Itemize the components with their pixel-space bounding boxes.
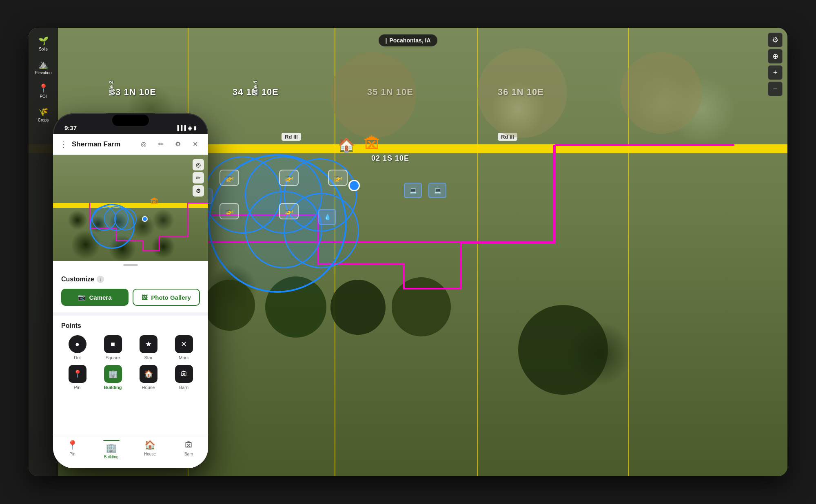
mile-label-2: Mile 2	[108, 81, 114, 95]
sidebar-item-elevation[interactable]: ⛰️ Elevation	[31, 56, 55, 78]
points-section: Points ● Dot ■ Square ★ Star	[53, 316, 208, 435]
barn-label: Barn	[179, 385, 188, 390]
tab-barn-icon: 🏚	[184, 440, 193, 451]
point-pin[interactable]: 📍 Pin	[61, 365, 93, 390]
map-controls: ⚙ ⊕ + −	[768, 33, 783, 96]
drone-icon-4[interactable]: 🚁	[220, 203, 239, 219]
section-label-4: 02 1S 10E	[371, 154, 409, 163]
mark-icon: ✕	[175, 335, 193, 353]
camera-icon: 📷	[78, 294, 86, 301]
tab-building-icon: 🏢	[106, 443, 117, 453]
point-house[interactable]: 🏠 House	[132, 365, 164, 390]
crops-icon: 🌾	[38, 107, 49, 117]
location-pin-icon: |	[385, 37, 387, 44]
square-label: Square	[106, 355, 120, 360]
elevation-icon: ⛰️	[38, 60, 49, 69]
dot-label: Dot	[74, 355, 81, 360]
points-grid: ● Dot ■ Square ★ Star ✕	[61, 335, 200, 390]
tab-pin[interactable]: 📍 Pin	[53, 438, 92, 458]
wifi-icon: ◈	[188, 125, 192, 131]
tab-house-icon: 🏠	[144, 440, 155, 451]
square-icon: ■	[104, 335, 122, 353]
phone-map-area[interactable]: 🏚 ◎ ✏ ⚙	[53, 155, 208, 261]
barn-point-icon: 🏚	[175, 365, 193, 383]
points-title: Points	[61, 322, 200, 329]
customize-title: Customize i	[61, 276, 200, 283]
phone-screen: ⋮ Sherman Farm ◎ ✏ ⚙ ✕	[53, 134, 208, 468]
point-mark[interactable]: ✕ Mark	[168, 335, 200, 360]
tab-building[interactable]: 🏢 Building	[92, 438, 131, 461]
customize-buttons: 📷 Camera 🖼 Photo Gallery	[61, 289, 200, 306]
map-container: Rd III Rd III 33 1N 10E 34 1N 10E 35 1N …	[29, 28, 787, 476]
battery-icon: ▮	[194, 125, 197, 131]
phone-edit-map-button[interactable]: ✏	[193, 172, 204, 183]
customize-section: Customize i 📷 Camera 🖼 Photo Gallery	[53, 269, 208, 312]
tab-house[interactable]: 🏠 House	[131, 438, 169, 458]
phone-irr-large	[90, 204, 135, 249]
sidebar-item-soils[interactable]: 🌱 Soils	[31, 33, 55, 55]
drone-icon-1[interactable]: 🚁	[220, 170, 239, 186]
star-label: Star	[144, 355, 152, 360]
point-building[interactable]: 🏢 Building	[97, 365, 129, 390]
phone-notch	[106, 113, 155, 127]
tab-barn[interactable]: 🏚 Barn	[169, 438, 208, 458]
point-dot[interactable]: ● Dot	[61, 335, 93, 360]
device-icon-3[interactable]: 💻	[404, 183, 422, 198]
settings-phone-button[interactable]: ⚙	[171, 138, 184, 151]
settings-button[interactable]: ⚙	[768, 33, 783, 47]
phone-map-bg	[53, 155, 208, 261]
zoom-in-button[interactable]: +	[768, 65, 783, 80]
phone-tab-bar: 📍 Pin 🏢 Building 🏠 House 🏚 Barn	[53, 435, 208, 468]
point-square[interactable]: ■ Square	[97, 335, 129, 360]
barn-icon: 🏚	[363, 134, 381, 154]
phone-notch-inner	[112, 115, 149, 126]
phone-locate-button[interactable]: ◎	[193, 159, 204, 170]
info-icon: i	[97, 276, 104, 283]
building-icon: 🏢	[104, 365, 122, 383]
zoom-out-button[interactable]: −	[768, 82, 783, 96]
point-barn[interactable]: 🏚 Barn	[168, 365, 200, 390]
photo-gallery-button[interactable]: 🖼 Photo Gallery	[133, 289, 200, 306]
close-button[interactable]: ✕	[188, 138, 202, 151]
pin-icon: 📍	[69, 365, 86, 383]
phone-blue-dot	[142, 216, 148, 222]
location-pill: | Pocahontas, IA	[378, 34, 437, 46]
phone-road	[53, 203, 208, 208]
drone-icon-2[interactable]: 🚁	[279, 170, 299, 186]
locate-button[interactable]: ⊕	[768, 49, 783, 64]
mile-label-4: Mile 4	[252, 81, 258, 95]
point-star[interactable]: ★ Star	[132, 335, 164, 360]
farm-name-title: Sherman Farm	[72, 140, 133, 148]
back-button[interactable]: ⋮	[60, 139, 68, 149]
sidebar-item-crops[interactable]: 🌾 Crops	[31, 104, 55, 126]
phone-overlay: 9:37 ▐▐▐ ◈ ▮ ⋮ Sherman Farm ◎ ✏ ⚙ ✕	[53, 113, 208, 468]
location-text: Pocahontas, IA	[389, 37, 430, 44]
phone-barn-icon: 🏚	[150, 197, 159, 207]
house-point-icon: 🏠	[140, 365, 157, 383]
phone-map-controls: ◎ ✏ ⚙	[193, 159, 204, 197]
device-icon-2[interactable]: 💧	[318, 209, 336, 225]
section-label-0: 33 1N 10E	[110, 87, 156, 97]
tab-building-underline	[103, 440, 120, 441]
edit-button[interactable]: ✏	[154, 138, 167, 151]
tab-pin-icon: 📍	[67, 440, 78, 451]
location-toggle-button[interactable]: ◎	[137, 138, 150, 151]
camera-button[interactable]: 📷 Camera	[61, 289, 129, 306]
building-label: Building	[104, 385, 122, 390]
sidebar-item-poi[interactable]: 📍 POI	[31, 80, 55, 102]
poi-icon: 📍	[38, 83, 49, 93]
drone-icon-3[interactable]: 🚁	[328, 170, 348, 186]
drone-icon-5[interactable]: 🚁	[279, 203, 299, 219]
device-icon-4[interactable]: 💻	[428, 183, 446, 198]
house-label: House	[142, 385, 155, 390]
pin-label: Pin	[74, 385, 81, 390]
tab-building-label: Building	[104, 455, 119, 459]
status-time: 9:37	[64, 124, 77, 131]
tab-house-label: House	[144, 452, 156, 456]
tab-pin-label: Pin	[69, 452, 75, 456]
drag-handle[interactable]	[53, 261, 208, 269]
gallery-icon: 🖼	[142, 294, 148, 301]
soils-icon: 🌱	[38, 36, 49, 46]
phone-settings-map-button[interactable]: ⚙	[193, 185, 204, 197]
star-icon: ★	[140, 335, 157, 353]
